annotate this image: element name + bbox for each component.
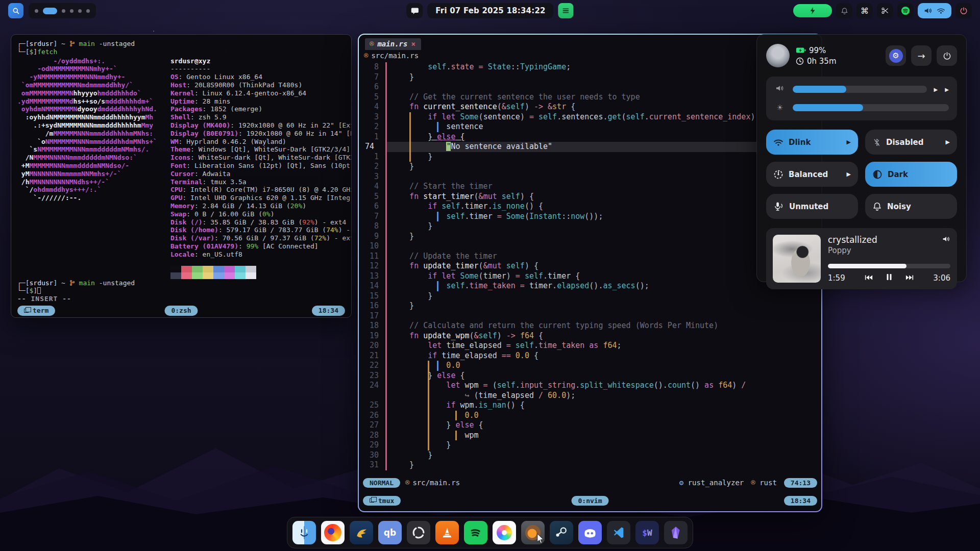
spotify-indicator[interactable]: [897, 3, 914, 18]
settings-button[interactable]: ⚙: [886, 45, 906, 66]
battery-indicator[interactable]: [793, 4, 832, 17]
notifications-button[interactable]: [406, 3, 423, 18]
workspace-active[interactable]: [43, 8, 57, 14]
dock-item-vscode[interactable]: [607, 521, 630, 544]
power-menu-button[interactable]: [955, 3, 972, 18]
workspaces[interactable]: [29, 3, 96, 18]
notes-indicator[interactable]: [558, 3, 574, 18]
chevron-right-icon[interactable]: ▶: [945, 87, 949, 92]
output-speaker-icon[interactable]: [942, 235, 950, 245]
toggle-unmuted[interactable]: Unmuted: [766, 194, 858, 219]
dnd-toggle[interactable]: [836, 3, 852, 18]
workspace-dot[interactable]: [86, 9, 90, 13]
wallpaper-stars: [153, 31, 154, 32]
code-line: 21 if time_elapsed == 0.0 {: [359, 351, 821, 361]
dock-item-file-manager[interactable]: [292, 521, 316, 544]
screenshot-button[interactable]: [877, 3, 893, 18]
bell-muted-icon: [841, 7, 848, 15]
fetch-info-line: Disk (/var): 70.56 GiB / 97.37 GiB (72%)…: [170, 234, 352, 242]
next-button[interactable]: [905, 273, 914, 283]
code-line: 8 }: [359, 221, 821, 232]
dock-item-obs[interactable]: [407, 521, 430, 544]
dock-item-discord[interactable]: [578, 521, 602, 544]
quick-settings-button[interactable]: [918, 3, 951, 18]
workspace-dot[interactable]: [78, 9, 82, 13]
keybinds-button[interactable]: ⌘: [856, 3, 873, 18]
gear-icon: ⚙: [889, 49, 903, 63]
spotify-icon: [464, 521, 487, 544]
control-center: 99% 0h 35m ⚙ → ▶ ▶ ☀ Dlink▶Disabled▶Bala…: [756, 34, 967, 282]
neovim[interactable]: ® main.rs × ® src/main.rs 8 self.state =…: [359, 35, 821, 511]
chevron-right-icon[interactable]: ▶: [934, 87, 938, 92]
dock-item-firefox[interactable]: [321, 521, 345, 544]
volume-slider[interactable]: [793, 86, 927, 93]
app-launcher-button[interactable]: [8, 3, 23, 18]
workspace-dot[interactable]: [70, 9, 74, 13]
tab-main-rs[interactable]: ® main.rs ×: [365, 38, 421, 50]
fetch-info-line: Locale: en_US.utf8: [170, 251, 352, 259]
tmux-session-badge[interactable]: tmux: [363, 496, 401, 506]
tmux-window-badge[interactable]: 0:zsh: [164, 306, 198, 316]
album-art: [773, 235, 821, 283]
dock-item-thunderbird[interactable]: [350, 521, 373, 544]
code-line: 27 } else {: [359, 420, 821, 431]
dock-item-wezterm[interactable]: $W: [635, 521, 659, 544]
pause-button[interactable]: [886, 273, 892, 283]
dock-item-vlc[interactable]: [435, 521, 459, 544]
prompt-line-1: ┌─[srdusr] ~ main -unstaged: [17, 279, 345, 287]
code-area[interactable]: 8 self.state = State::TypingGame;7 }65 /…: [359, 61, 821, 477]
toggle-dark[interactable]: Dark: [865, 162, 957, 187]
tmux-session-badge[interactable]: term: [17, 306, 55, 316]
code-line: 5 fn start_timer(&mut self) {: [359, 192, 821, 202]
tmux-window-badge[interactable]: 0:nvim: [572, 496, 609, 506]
contrast-icon: [872, 169, 883, 180]
code-line: 7 self.timer = Some(Instant::now());: [359, 212, 821, 222]
toggle-label: Unmuted: [789, 202, 828, 211]
battery-icon: [796, 47, 806, 54]
fetch-info-line: Display (MK400): 980x551 @ 60 Hz in 22…: [170, 121, 352, 130]
logout-button[interactable]: →: [911, 45, 932, 66]
track-progress-bar[interactable]: [828, 264, 950, 268]
chevron-right-icon: ▶: [847, 139, 851, 145]
toggle-noisy[interactable]: Noisy: [865, 194, 957, 219]
code-line: 9 }: [359, 232, 821, 242]
toggle-dlink[interactable]: Dlink▶: [766, 130, 858, 155]
code-line: 25 if wpm.is_nan() {: [359, 400, 821, 411]
code-line: 3 if let Some(sentence) = self.sentences…: [359, 112, 821, 122]
previous-button[interactable]: [865, 273, 873, 283]
dock-item-obsidian[interactable]: [664, 521, 688, 544]
code-line: 31 }: [359, 460, 821, 470]
fetch-info-line: Display (B0E0791): 980x551 @ 60 Hz in …: [170, 130, 352, 138]
toggle-balanced[interactable]: Balanced▶: [766, 162, 858, 187]
track-progress-fill: [828, 264, 906, 268]
brightness-icon: ☀: [774, 103, 786, 112]
terminal-window[interactable]: ┌─[srdusr] ~ main -unstaged └─[$]fetch -…: [11, 34, 352, 318]
workspace-dot[interactable]: [62, 9, 65, 13]
toggle-label: Disabled: [886, 138, 923, 147]
obsidian-icon: [664, 521, 688, 544]
brightness-slider[interactable]: [793, 104, 949, 111]
dock-item-photos[interactable]: [493, 521, 516, 544]
firefox-icon: [321, 521, 345, 544]
terminal-cursor: [37, 287, 41, 294]
workspace-dot[interactable]: [35, 9, 38, 13]
dock-item-spotify[interactable]: [464, 521, 487, 544]
charging-bolt-icon: [808, 7, 817, 15]
code-line: 30 }: [359, 450, 821, 461]
tab-close-icon[interactable]: ×: [411, 40, 415, 48]
total-time: 3:06: [933, 273, 950, 283]
code-line: 2 sentence: [359, 122, 821, 132]
clock-text: Fri 07 Feb 2025 18:34:22: [435, 6, 545, 15]
editor-window: ® main.rs × ® src/main.rs 8 self.state =…: [358, 34, 822, 512]
code-line: 16 }: [359, 301, 821, 311]
toggle-label: Dlink: [789, 138, 811, 147]
volume-icon: [924, 7, 933, 14]
clock[interactable]: Fri 07 Feb 2025 18:34:22: [427, 3, 553, 18]
power-button[interactable]: [937, 45, 957, 66]
code-line: 24 let wpm = (self.input_string.split_wh…: [359, 381, 821, 391]
statusline: NORMAL ®src/main.rs ⚙ rust_analyzer ® ru…: [359, 477, 821, 489]
battery-percent: 99%: [809, 46, 826, 55]
toggle-disabled[interactable]: Disabled▶: [865, 130, 957, 155]
dock-item-qbittorrent[interactable]: qb: [378, 521, 402, 544]
dock-item-steam[interactable]: [550, 521, 573, 544]
